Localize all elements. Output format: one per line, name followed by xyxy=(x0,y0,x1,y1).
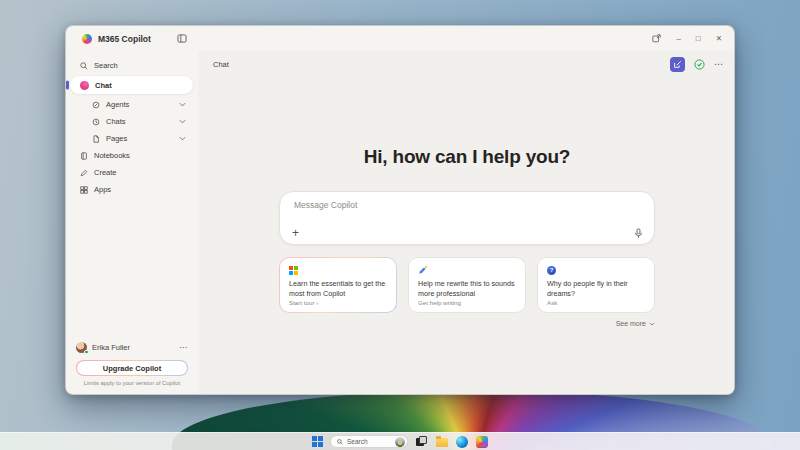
active-app-indicator xyxy=(478,447,486,449)
chevron-down-icon xyxy=(179,136,186,141)
sidebar-item-label: Search xyxy=(94,61,118,70)
selected-accent-bar xyxy=(66,81,69,90)
upgrade-copilot-button[interactable]: Upgrade Copilot xyxy=(76,360,188,376)
sidebar-item-label: Apps xyxy=(94,185,111,194)
see-more-label: See more xyxy=(616,320,646,327)
sidebar-item-agents[interactable]: Agents xyxy=(66,96,198,113)
copilot-app-button[interactable] xyxy=(475,435,488,448)
compose-icon xyxy=(673,60,682,69)
sidebar-item-create[interactable]: Create xyxy=(66,164,198,181)
titlebar: M365 Copilot – □ ✕ xyxy=(66,26,734,51)
sidebar-item-label: Pages xyxy=(106,134,127,143)
ms-grid-icon xyxy=(289,266,298,275)
task-view-button[interactable] xyxy=(415,435,428,448)
sidebar-item-label: Agents xyxy=(106,100,129,109)
open-new-window-icon xyxy=(652,34,661,43)
copilot-logo-icon xyxy=(82,34,92,44)
chevron-down-icon xyxy=(179,102,186,107)
account-more-button[interactable]: ⋯ xyxy=(179,343,188,352)
presence-available-icon xyxy=(84,350,89,355)
suggestion-card-tour[interactable]: Learn the essentials to get the most fro… xyxy=(279,257,397,313)
pages-icon xyxy=(92,135,100,143)
attach-plus-button[interactable]: + xyxy=(292,227,299,239)
m365-copilot-icon xyxy=(476,436,488,448)
sidebar-item-label: Chats xyxy=(106,117,126,126)
greeting-heading: Hi, how can I help you? xyxy=(279,146,655,168)
sidebar-item-label: Notebooks xyxy=(94,151,130,160)
sidebar: Search Chat Agents xyxy=(66,51,198,394)
protected-shield-icon[interactable] xyxy=(694,59,705,70)
page-title: Chat xyxy=(213,60,229,69)
account-button[interactable]: Erika Fuller ⋯ xyxy=(66,338,198,356)
limits-note: Limits apply to your version of Copilot xyxy=(66,380,198,386)
folder-icon xyxy=(436,438,448,447)
chat-more-button[interactable]: ⋯ xyxy=(714,59,723,69)
suggestion-card-dreams[interactable]: ? Why do people fly in their dreams? Ask xyxy=(537,257,655,313)
card-action[interactable]: Get help writing xyxy=(418,299,516,306)
chevron-down-icon xyxy=(649,322,655,326)
taskbar xyxy=(0,432,800,450)
card-text: Why do people fly in their dreams? xyxy=(547,279,645,298)
message-input[interactable] xyxy=(294,200,640,210)
file-explorer-button[interactable] xyxy=(435,435,448,448)
edge-icon xyxy=(456,436,468,448)
share-window-button[interactable] xyxy=(652,34,661,43)
chevron-down-icon xyxy=(179,119,186,124)
card-action[interactable]: Ask xyxy=(547,299,645,306)
sidebar-item-apps[interactable]: Apps xyxy=(66,181,198,198)
new-chat-button[interactable] xyxy=(670,57,685,72)
main-panel: Chat ⋯ xyxy=(198,51,734,394)
avatar xyxy=(76,342,87,353)
card-text: Learn the essentials to get the most fro… xyxy=(289,279,387,298)
message-composer[interactable]: + xyxy=(279,191,655,245)
search-icon xyxy=(80,62,88,70)
close-button[interactable]: ✕ xyxy=(716,35,722,43)
sidebar-toggle-button[interactable] xyxy=(177,34,187,43)
edge-button[interactable] xyxy=(455,435,468,448)
sidebar-item-chats[interactable]: Chats xyxy=(66,113,198,130)
search-icon xyxy=(337,439,343,445)
create-pen-icon xyxy=(80,169,88,177)
copilot-chat-icon xyxy=(80,81,89,90)
sidebar-item-notebooks[interactable]: Notebooks xyxy=(66,147,198,164)
taskbar-search[interactable] xyxy=(330,435,408,448)
sidebar-item-pages[interactable]: Pages xyxy=(66,130,198,147)
search-highlight-icon[interactable] xyxy=(395,437,405,447)
sidebar-item-chat[interactable]: Chat xyxy=(70,76,193,94)
sidebar-item-search[interactable]: Search xyxy=(66,57,198,74)
sidebar-toggle-icon xyxy=(177,34,187,43)
card-text: Help me rewrite this to sounds more prof… xyxy=(418,279,516,298)
taskbar-search-input[interactable] xyxy=(347,438,391,445)
minimize-button[interactable]: – xyxy=(676,35,680,43)
chat-history-icon xyxy=(92,118,100,126)
apps-grid-icon xyxy=(80,186,88,194)
microphone-button[interactable] xyxy=(634,228,643,239)
m365-copilot-window: M365 Copilot – □ ✕ xyxy=(65,25,735,395)
notebook-icon xyxy=(80,152,88,160)
start-button[interactable] xyxy=(312,436,323,447)
sidebar-item-label: Chat xyxy=(95,81,112,90)
maximize-button[interactable]: □ xyxy=(696,35,701,43)
window-title: M365 Copilot xyxy=(98,34,151,44)
see-more-button[interactable]: See more xyxy=(616,320,655,327)
agents-icon xyxy=(92,101,100,109)
suggestion-card-rewrite[interactable]: Help me rewrite this to sounds more prof… xyxy=(408,257,526,313)
account-name: Erika Fuller xyxy=(92,343,130,352)
suggestion-cards: Learn the essentials to get the most fro… xyxy=(279,257,655,313)
microphone-icon xyxy=(634,228,643,239)
card-action[interactable]: Start tour › xyxy=(289,299,387,306)
sidebar-item-label: Create xyxy=(94,168,117,177)
pen-sparkle-icon xyxy=(418,265,428,275)
question-circle-icon: ? xyxy=(547,266,556,275)
